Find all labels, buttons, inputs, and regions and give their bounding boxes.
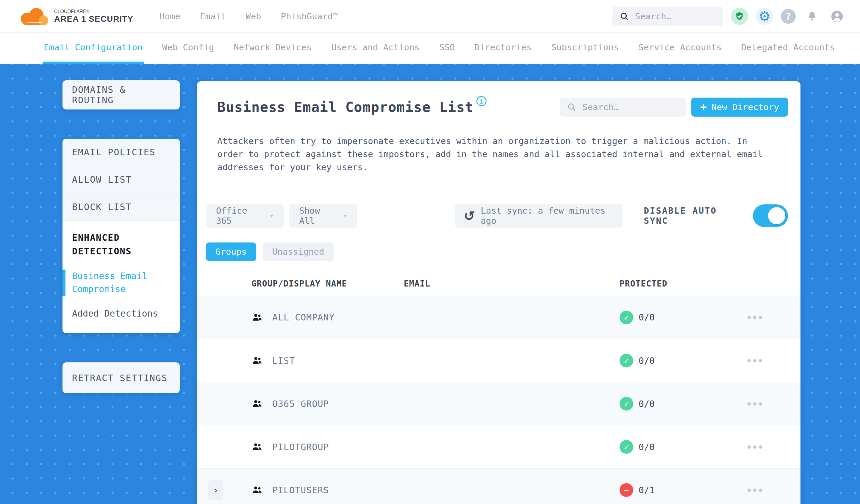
tab-unassigned[interactable]: Unassigned	[263, 243, 334, 261]
sidebar-item-block-list[interactable]: BLOCK LIST	[62, 193, 180, 221]
protected-status-icon: ✓	[619, 440, 633, 454]
cloudflare-cloud-icon	[18, 6, 49, 27]
row-actions-menu-button[interactable]	[709, 445, 801, 449]
ellipsis-icon	[747, 489, 751, 492]
table-row[interactable]: O365_GROUP ✓ 0/0	[197, 382, 801, 425]
table-row[interactable]: PILOTGROUP ✓ 0/0	[197, 425, 801, 468]
row-actions-menu-button[interactable]	[709, 316, 801, 319]
view-tabs: Groups Unassigned	[197, 228, 801, 261]
table-row[interactable]: LIST ✓ 0/0	[197, 339, 801, 382]
group-name: PILOTUSERS	[272, 485, 329, 495]
column-header-name: GROUP/DISPLAY NAME	[197, 279, 404, 289]
group-name-cell: LIST	[197, 355, 404, 366]
protected-cell: ✓ 0/0	[619, 440, 709, 454]
global-search[interactable]	[613, 6, 723, 26]
tab-groups[interactable]: Groups	[206, 243, 256, 261]
search-icon	[567, 102, 576, 112]
tab-subscriptions[interactable]: Subscriptions	[550, 33, 620, 64]
directory-select[interactable]: Office 365 ▾	[206, 204, 284, 228]
chevron-down-icon: ▾	[343, 212, 347, 219]
protected-status-icon: ✓	[619, 397, 633, 411]
sidebar-item-business-email-compromise[interactable]: Business Email Compromise	[62, 270, 180, 296]
row-actions-menu-button[interactable]	[709, 402, 801, 405]
last-sync-label: Last sync: a few minutes ago	[481, 205, 613, 226]
show-filter-select[interactable]: Show All ▾	[289, 204, 357, 228]
protected-cell: ✓ 0/0	[619, 397, 709, 411]
sidebar-item-retract-settings[interactable]: RETRACT SETTINGS	[62, 373, 177, 383]
tab-email-configuration[interactable]: Email Configuration	[43, 33, 144, 64]
tab-sso[interactable]: SSO	[438, 33, 456, 64]
security-status-button[interactable]	[731, 8, 748, 25]
plus-icon: +	[700, 102, 707, 113]
sidebar-item-enhanced-detections[interactable]: ENHANCED DETECTIONS	[62, 231, 180, 258]
row-actions-menu-button[interactable]	[709, 489, 801, 492]
sidebar-item-allow-list[interactable]: ALLOW LIST	[62, 166, 180, 193]
tab-directories[interactable]: Directories	[473, 33, 533, 64]
tab-web-config[interactable]: Web Config	[161, 33, 215, 64]
table-row[interactable]: ALL COMPANY ✓ 0/0	[197, 296, 801, 339]
protected-count: 0/0	[639, 356, 655, 366]
info-icon[interactable]: i	[476, 96, 487, 106]
group-name: PILOTGROUP	[272, 442, 329, 452]
filter-row: Office 365 ▾ Show All ▾ ↺ Last sync: a f…	[197, 193, 801, 228]
last-sync-button[interactable]: ↺ Last sync: a few minutes ago	[455, 204, 622, 228]
tab-users-and-actions[interactable]: Users and Actions	[330, 33, 421, 64]
notifications-button[interactable]	[803, 8, 821, 25]
group-people-icon	[252, 355, 263, 366]
top-header: CLOUDFLARE® AREA 1 SECURITY Home Email W…	[0, 0, 860, 33]
cloudflare-logo[interactable]: CLOUDFLARE® AREA 1 SECURITY	[18, 6, 133, 27]
tab-delegated-accounts[interactable]: Delegated Accounts	[740, 33, 836, 64]
sidebar-item-domains-routing[interactable]: DOMAINS & ROUTING	[62, 85, 180, 105]
tab-service-accounts[interactable]: Service Accounts	[637, 33, 723, 64]
refresh-icon: ↺	[464, 208, 475, 224]
sidebar-card-retract[interactable]: RETRACT SETTINGS	[62, 362, 180, 393]
table-row[interactable]: › PILOTUSERS − 0/1	[197, 468, 801, 504]
sidebar-card-domains[interactable]: DOMAINS & ROUTING	[62, 80, 180, 110]
ellipsis-icon	[747, 359, 751, 362]
ellipsis-icon	[747, 316, 751, 319]
nav-item-web[interactable]: Web	[245, 11, 261, 21]
sidebar-item-added-detections[interactable]: Added Detections	[62, 307, 180, 320]
protected-cell: ✓ 0/0	[619, 311, 709, 324]
group-name-cell: PILOTGROUP	[197, 441, 404, 452]
panel-header: Business Email Compromise List i + New D…	[197, 81, 801, 117]
account-button[interactable]	[829, 8, 846, 25]
protected-cell: − 0/1	[619, 483, 709, 497]
brand-line1: CLOUDFLARE®	[54, 9, 133, 14]
protected-count: 0/0	[639, 399, 655, 409]
nav-item-home[interactable]: Home	[159, 11, 180, 21]
user-avatar-icon	[830, 10, 844, 23]
global-search-input[interactable]	[635, 11, 706, 21]
list-search[interactable]	[560, 98, 686, 117]
protected-count: 0/0	[639, 442, 655, 452]
table-body: ALL COMPANY ✓ 0/0 LIST ✓ 0/0	[197, 296, 801, 504]
brand-line2: AREA 1 SECURITY	[54, 14, 133, 24]
group-people-icon	[252, 312, 263, 323]
expand-chevron-button[interactable]: ›	[208, 480, 223, 500]
list-search-input[interactable]	[582, 102, 669, 112]
protected-count: 0/0	[639, 312, 655, 322]
protected-status-icon: ✓	[619, 354, 633, 368]
group-name: ALL COMPANY	[272, 312, 335, 322]
new-directory-button[interactable]: + New Directory	[691, 98, 788, 117]
protected-status-icon: ✓	[619, 311, 633, 324]
page-title: Business Email Compromise List	[217, 99, 473, 115]
sidebar-card-policies: EMAIL POLICIES ALLOW LIST BLOCK LIST ENH…	[62, 139, 180, 333]
main-panel: Business Email Compromise List i + New D…	[197, 81, 801, 504]
protected-count: 0/1	[639, 485, 655, 495]
content-area: DOMAINS & ROUTING EMAIL POLICIES ALLOW L…	[0, 64, 860, 504]
settings-button[interactable]: ⚙	[756, 8, 773, 25]
protected-status-icon: −	[619, 483, 633, 497]
nav-item-phishguard[interactable]: PhishGuard™	[281, 11, 338, 21]
sidebar-item-email-policies[interactable]: EMAIL POLICIES	[62, 139, 180, 166]
section-tabbar: Email Configuration Web Config Network D…	[0, 33, 860, 64]
protected-cell: ✓ 0/0	[619, 354, 709, 368]
help-button[interactable]: ?	[781, 9, 796, 24]
row-actions-menu-button[interactable]	[709, 359, 801, 362]
auto-sync-toggle[interactable]	[753, 204, 788, 227]
column-header-email: EMAIL	[404, 279, 619, 289]
primary-nav: Home Email Web PhishGuard™	[159, 11, 338, 21]
ellipsis-icon	[747, 402, 751, 405]
nav-item-email[interactable]: Email	[200, 11, 226, 21]
tab-network-devices[interactable]: Network Devices	[232, 33, 313, 64]
